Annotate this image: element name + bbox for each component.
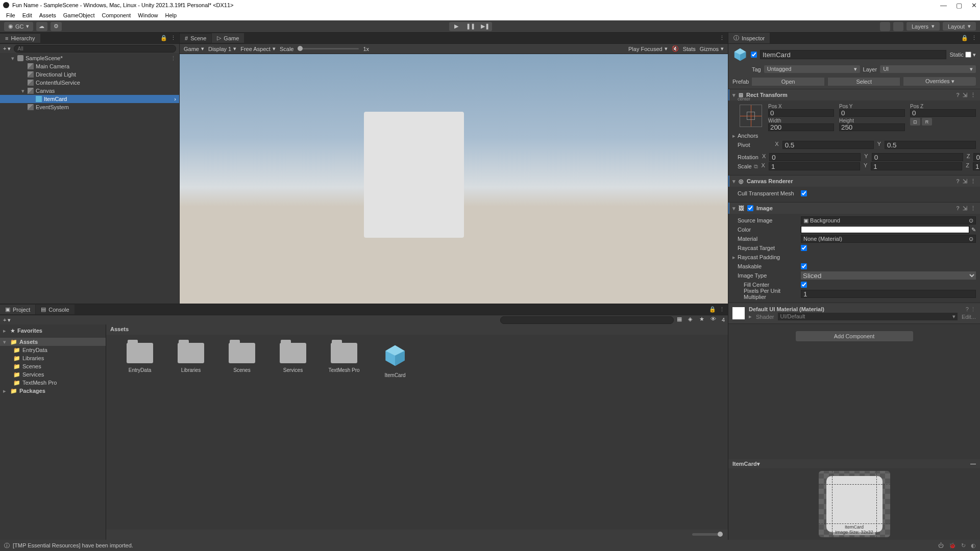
edit-button[interactable]: Edit... — [962, 314, 976, 320]
tree-item[interactable]: 📁 EntryData — [0, 346, 106, 354]
height-field[interactable] — [839, 123, 905, 131]
image-enabled-checkbox[interactable] — [747, 205, 753, 211]
menu-window[interactable]: Window — [135, 11, 161, 19]
raycast-checkbox[interactable] — [801, 245, 807, 251]
blueprint-button[interactable]: ⊡ — [910, 118, 920, 126]
rot-z-field[interactable] — [973, 153, 980, 161]
progress-icon[interactable]: ◐ — [971, 542, 976, 549]
layers-dropdown[interactable]: Layers ▾ — [906, 22, 940, 31]
rot-x-field[interactable] — [769, 153, 861, 161]
menu-assets[interactable]: Assets — [36, 11, 59, 19]
asset-item[interactable]: ItemCard — [377, 343, 413, 521]
assets-row[interactable]: ▾📁 Assets — [0, 338, 106, 346]
thumbnail-size-slider[interactable] — [692, 533, 723, 536]
game-tab[interactable]: ▷ Game — [212, 33, 244, 43]
scene-row[interactable]: ▾SampleScene*⋮ — [0, 54, 179, 62]
layout-dropdown[interactable]: Layout ▾ — [943, 22, 976, 31]
hierarchy-item[interactable]: ContentfulService — [0, 79, 179, 87]
asset-item[interactable]: Libraries — [173, 343, 209, 521]
fill-center-checkbox[interactable] — [801, 282, 807, 288]
prefab-select-button[interactable]: Select — [827, 78, 901, 86]
favorites-row[interactable]: ▸★Favorites — [0, 327, 106, 335]
material-field[interactable]: None (Material)⊙ — [801, 235, 976, 243]
inspector-tab[interactable]: ⓘ Inspector — [728, 33, 770, 43]
minimize-button[interactable]: — — [940, 2, 947, 9]
component-menu-icon[interactable]: ⋮ — [970, 92, 976, 98]
add-component-button[interactable]: Add Component — [796, 331, 913, 341]
create-asset-button[interactable]: + ▾ — [3, 317, 11, 323]
mute-button[interactable]: 🔇 — [672, 45, 679, 52]
asset-item[interactable]: Scenes — [224, 343, 260, 521]
create-button[interactable]: + ▾ — [3, 45, 11, 52]
search-by-label-icon[interactable]: ◈ — [688, 316, 696, 324]
hierarchy-item[interactable]: EventSystem — [0, 103, 179, 111]
display-dropdown[interactable]: Display 1 ▾ — [208, 45, 236, 52]
hidden-packages-icon[interactable]: 👁 — [710, 316, 719, 324]
hierarchy-item-selected[interactable]: ItemCard› — [0, 95, 179, 103]
project-tab[interactable]: ▣ Project — [0, 305, 35, 314]
pause-button[interactable]: ❚❚ — [463, 22, 478, 31]
hierarchy-search[interactable] — [14, 45, 176, 53]
shader-dropdown[interactable]: UI/Default▾ — [778, 313, 957, 320]
posz-field[interactable] — [910, 109, 976, 117]
menu-gameobject[interactable]: GameObject — [60, 11, 98, 19]
eyedropper-icon[interactable]: ✎ — [971, 227, 976, 233]
search-button[interactable] — [893, 22, 903, 31]
aspect-dropdown[interactable]: Free Aspect ▾ — [240, 45, 276, 52]
scale-z-field[interactable] — [973, 162, 980, 170]
debug-icon[interactable]: 🐞 — [949, 542, 956, 549]
pivot-y-field[interactable] — [885, 141, 976, 149]
gizmos-dropdown[interactable]: Gizmos ▾ — [700, 45, 724, 52]
close-button[interactable]: ✕ — [971, 2, 977, 9]
posy-field[interactable] — [839, 109, 905, 117]
menu-help[interactable]: Help — [162, 11, 180, 19]
hierarchy-tab[interactable]: ≡ Hierarchy — [0, 34, 40, 43]
project-search[interactable] — [500, 316, 674, 324]
stats-toggle[interactable]: Stats — [683, 46, 696, 52]
account-button[interactable]: ◉ GC ▾ — [4, 22, 33, 31]
tag-dropdown[interactable]: Untagged▾ — [764, 65, 860, 73]
asset-item[interactable]: EntryData — [121, 343, 158, 521]
gameobject-active-checkbox[interactable] — [751, 52, 757, 58]
scale-x-field[interactable] — [769, 162, 860, 170]
auto-generate-lighting-icon[interactable]: ⏻ — [938, 542, 944, 549]
settings-button[interactable]: ⚙ — [51, 22, 62, 31]
asset-item[interactable]: TextMesh Pro — [326, 343, 362, 521]
source-image-field[interactable]: ▣ Background⊙ — [801, 216, 976, 224]
image-type-dropdown[interactable]: Sliced — [801, 271, 976, 280]
tree-item[interactable]: 📁 Scenes — [0, 362, 106, 370]
ppu-field[interactable] — [801, 290, 976, 298]
anchor-preset-button[interactable] — [740, 105, 762, 127]
cull-checkbox[interactable] — [801, 190, 807, 196]
tree-item[interactable]: 📁 Libraries — [0, 354, 106, 362]
raw-edit-button[interactable]: R — [922, 118, 932, 126]
preset-icon[interactable]: ⇲ — [963, 92, 967, 98]
rot-y-field[interactable] — [872, 153, 963, 161]
panel-menu-icon[interactable]: ⋮ — [170, 35, 176, 41]
panel-lock-icon[interactable]: 🔒 — [961, 35, 968, 41]
console-tab[interactable]: ▤ Console — [36, 305, 74, 314]
menu-edit[interactable]: Edit — [19, 11, 35, 19]
panel-lock-icon[interactable]: 🔒 — [160, 35, 167, 41]
maskable-checkbox[interactable] — [801, 263, 807, 269]
search-by-type-icon[interactable]: ▦ — [677, 316, 685, 324]
activity-icon[interactable]: ↻ — [961, 542, 966, 549]
play-focused-dropdown[interactable]: Play Focused ▾ — [628, 45, 668, 52]
packages-row[interactable]: ▸📁 Packages — [0, 387, 106, 395]
game-mode-dropdown[interactable]: Game ▾ — [184, 45, 204, 52]
posx-field[interactable] — [768, 109, 834, 117]
hierarchy-item[interactable]: Main Camera — [0, 62, 179, 70]
static-checkbox[interactable] — [965, 52, 971, 58]
scale-y-field[interactable] — [871, 162, 962, 170]
hierarchy-item[interactable]: Directional Light — [0, 70, 179, 79]
prefab-overrides-button[interactable]: Overrides ▾ — [903, 77, 976, 86]
tree-item[interactable]: 📁 TextMesh Pro — [0, 379, 106, 387]
menu-component[interactable]: Component — [99, 11, 134, 19]
maximize-button[interactable]: ▢ — [956, 2, 962, 9]
prefab-open-button[interactable]: Open — [752, 78, 824, 86]
asset-item[interactable]: Services — [275, 343, 311, 521]
help-icon[interactable]: ? — [956, 92, 960, 98]
width-field[interactable] — [768, 123, 834, 131]
panel-menu-icon[interactable]: ⋮ — [719, 306, 725, 313]
menu-file[interactable]: File — [3, 11, 18, 19]
